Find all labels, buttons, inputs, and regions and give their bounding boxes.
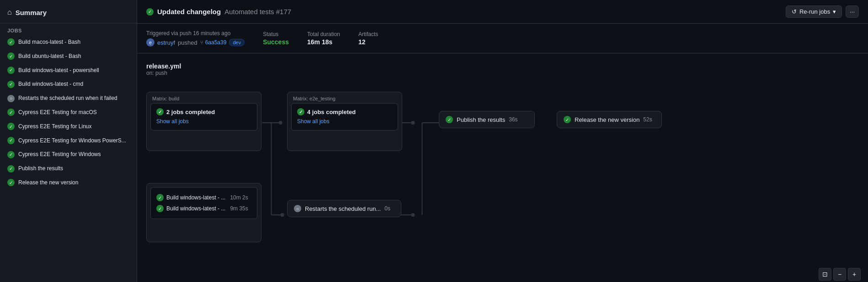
job1-name: Build windows-latest - ... [166,194,225,201]
restart-node-time: 0s [384,205,390,212]
sidebar-job-name-9: Publish the results [18,165,63,172]
build-show-all[interactable]: Show all jobs [156,117,251,125]
sidebar-job-name-1: Build ubuntu-latest - Bash [18,52,81,60]
e2e-complete-icon: ✓ [297,108,304,115]
workflow-header: release.yml on: push [146,63,859,76]
build2-job2[interactable]: ✓ Build windows-latest - ... 9m 35s [156,203,251,214]
sidebar-job-name-6: Cypress E2E Testing for Linux [18,123,92,131]
fit-view-button[interactable]: ⊡ [819,268,831,281]
trigger-label: Triggered via push 16 minutes ago [146,30,245,37]
artifacts-stat: Artifacts 12 [358,31,378,46]
user-avatar: e [146,38,154,47]
job-skip-icon-4: ○ [7,95,15,102]
more-options-button[interactable]: ··· [846,5,859,18]
job-check-icon-7: ✓ [7,137,15,144]
sidebar-job-item-7[interactable]: ✓Cypress E2E Testing for Windows PowerS.… [0,134,137,148]
workflow-canvas: Matrix: build ✓ 2 jobs completed Show al… [146,83,859,279]
svg-point-8 [281,213,284,217]
job-check-icon-3: ✓ [7,81,15,88]
sidebar-job-item-10[interactable]: ✓Release the new version [0,176,137,190]
matrix-e2e-inner: ✓ 4 jobs completed Show all jobs [291,103,398,131]
top-bar-actions: ↺ Re-run jobs ▾ ··· [786,5,859,18]
job-check-icon-9: ✓ [7,165,15,172]
sidebar-job-name-7: Cypress E2E Testing for Windows PowerS..… [18,137,126,145]
job-check-icon-6: ✓ [7,123,15,130]
publish-node-name: Publish the results [457,116,505,123]
branch-badge[interactable]: dev [229,39,245,46]
job-check-icon-5: ✓ [7,109,15,116]
sidebar-job-item-6[interactable]: ✓Cypress E2E Testing for Linux [0,120,137,134]
commit-id: 6aa5a39 [205,39,227,46]
restart-node-name: Restarts the scheduled run... [305,205,381,212]
sidebar: ⌂ Summary Jobs ✓Build macos-latest - Bas… [0,0,137,282]
summary-bar: Triggered via push 16 minutes ago e estr… [137,24,868,53]
top-bar-title-area: ✓ Updated changelog Automated tests #177 [146,8,291,16]
sidebar-job-name-0: Build macos-latest - Bash [18,38,80,46]
artifacts-value: 12 [358,38,378,46]
rerun-label: Re-run jobs [799,8,830,15]
e2e-show-all[interactable]: Show all jobs [297,117,392,125]
job-check-icon-10: ✓ [7,179,15,186]
sidebar-jobs-list: ✓Build macos-latest - Bash✓Build ubuntu-… [0,35,137,190]
sidebar-job-item-8[interactable]: ✓Cypress E2E Testing for Windows [0,147,137,162]
sidebar-job-name-4: Restarts the scheduled run when it faile… [18,94,117,102]
publish-node-time: 36s [509,116,517,123]
e2e-completed-text: 4 jobs completed [307,109,356,115]
pushed-text: pushed [178,39,197,46]
rerun-button[interactable]: ↺ Re-run jobs ▾ [786,5,842,18]
svg-point-1 [279,121,282,125]
username[interactable]: estruyf [157,39,175,46]
top-bar: ✓ Updated changelog Automated tests #177… [137,0,868,24]
duration-label: Total duration [307,31,340,37]
branch-icon: ⑂ [200,39,203,46]
diagram-area: release.yml on: push [137,53,868,282]
sidebar-job-item-0[interactable]: ✓Build macos-latest - Bash [0,35,137,49]
trigger-details: e estruyf pushed ⑂ 6aa5a39 dev [146,38,245,47]
zoom-out-button[interactable]: − [833,268,846,281]
build-jobs-completed: ✓ 2 jobs completed [156,108,251,115]
main-content: ✓ Updated changelog Automated tests #177… [137,0,868,282]
sidebar-job-item-2[interactable]: ✓Build windows-latest - powershell [0,63,137,78]
release-node[interactable]: ✓ Release the new version 52s [557,111,662,128]
job-check-icon-2: ✓ [7,67,15,74]
zoom-in-button[interactable]: + [848,268,861,281]
build-completed-text: 2 jobs completed [166,109,215,115]
job1-check: ✓ [156,194,164,201]
e2e-jobs-completed: ✓ 4 jobs completed [297,108,392,115]
duration-value: 16m 18s [307,38,340,46]
release-node-time: 52s [643,116,652,123]
job2-check: ✓ [156,205,164,212]
workflow-filename: release.yml [146,63,859,70]
publish-node[interactable]: ✓ Publish the results 36s [439,111,535,128]
status-value: Success [263,38,289,46]
matrix-e2e-box: Matrix: e2e_testing ✓ 4 jobs completed S… [287,92,402,151]
sidebar-header[interactable]: ⌂ Summary [0,0,137,23]
svg-point-3 [411,121,415,125]
sidebar-job-item-9[interactable]: ✓Publish the results [0,162,137,176]
status-label: Status [263,31,289,37]
release-check-icon: ✓ [564,116,571,123]
jobs-section-label: Jobs [0,23,137,35]
job-check-icon-1: ✓ [7,52,15,60]
sidebar-job-item-4[interactable]: ○Restarts the scheduled run when it fail… [0,91,137,105]
rerun-dropdown-icon: ▾ [833,8,836,15]
sidebar-job-item-5[interactable]: ✓Cypress E2E Testing for macOS [0,105,137,120]
sidebar-title: Summary [16,9,47,16]
sidebar-job-item-1[interactable]: ✓Build ubuntu-latest - Bash [0,49,137,63]
trigger-info: Triggered via push 16 minutes ago e estr… [146,30,245,47]
job1-time: 10m 2s [230,194,248,201]
sidebar-job-name-8: Cypress E2E Testing for Windows [18,151,101,158]
workflow-trigger: on: push [146,70,859,76]
svg-point-10 [411,213,415,217]
build2-job1[interactable]: ✓ Build windows-latest - ... 10m 2s [156,192,251,203]
job-check-icon-8: ✓ [7,151,15,158]
matrix-build-label: Matrix: build [147,92,261,103]
restart-node[interactable]: ○ Restarts the scheduled run... 0s [287,200,401,217]
sidebar-job-name-3: Build windows-latest - cmd [18,80,83,88]
sidebar-job-item-3[interactable]: ✓Build windows-latest - cmd [0,77,137,91]
workflow-status-icon: ✓ [146,8,154,16]
workflow-title-normal: Automated tests #177 [224,8,291,16]
artifacts-label: Artifacts [358,31,378,37]
commit-hash[interactable]: ⑂ 6aa5a39 [200,39,227,46]
matrix-build2-inner: ✓ Build windows-latest - ... 10m 2s ✓ Bu… [150,187,257,219]
